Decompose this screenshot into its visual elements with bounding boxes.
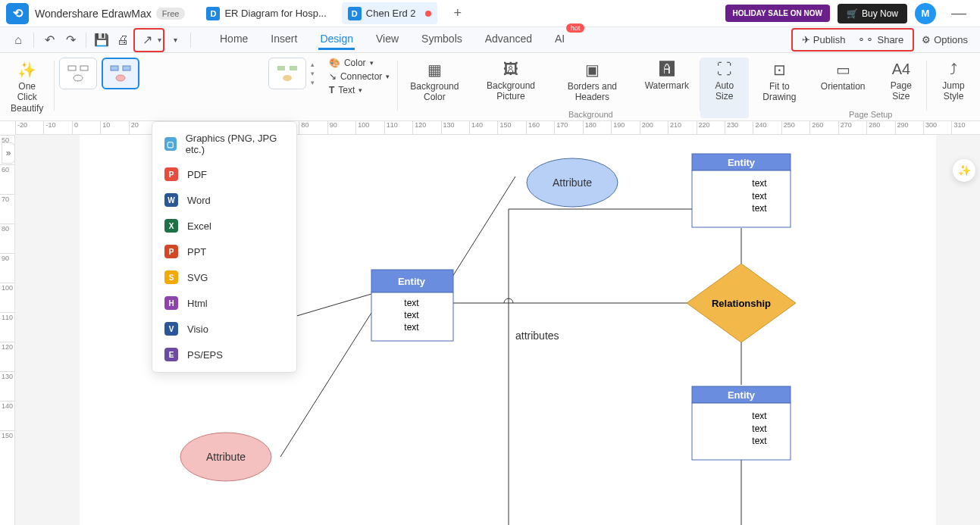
cart-icon: 🛒 [847,8,858,19]
export-html[interactable]: HHtml [152,290,296,316]
text-dropdown[interactable]: TText▾ [329,85,390,95]
export-button-highlighted[interactable]: ↗ ▾ [133,28,164,52]
menu-ai[interactable]: AIhot [553,30,566,50]
ribbon: ✨ One Click Beautify ▴ ▾ ▾ 🎨Color▾ ↘Conn… [0,53,980,121]
jump-icon: ⤴ [950,61,957,78]
orientation-icon: ▭ [836,61,850,79]
file-type-icon: V [164,322,178,336]
more-dropdown[interactable]: ▾ [164,30,186,51]
bgcolor-icon: ▦ [427,61,442,79]
file-type-icon: P [164,167,178,181]
autosize-icon: ⛶ [717,61,732,78]
export-graphics-png-jpg-etc-[interactable]: ▢Graphics (PNG, JPG etc.) [152,127,296,161]
export-svg[interactable]: SSVG [152,264,296,290]
svg-text:Relationship: Relationship [712,298,771,309]
svg-rect-36 [692,403,791,460]
fit-icon: ⊡ [773,61,786,79]
connector-dropdown[interactable]: ↘Connector▾ [329,71,390,82]
file-type-icon: H [164,296,178,310]
menu-advanced[interactable]: Advanced [484,30,534,50]
sidebar-toggle[interactable]: » [2,142,15,164]
orientation[interactable]: ▭Orientation [818,58,869,95]
svg-text:text: text [404,322,419,333]
menu-symbols[interactable]: Symbols [420,30,464,50]
share-button[interactable]: ⚬⚬Share [853,31,908,48]
canvas-area: -20-100102030405060708090100110120130140… [0,121,980,525]
export-icon: ↗ [136,30,158,51]
template-2-selected[interactable] [102,58,139,89]
entity-shape[interactable]: Entity text text text [692,386,791,460]
background-color[interactable]: ▦Background Color [405,58,464,106]
jump-style[interactable]: ⤴Jump Style [935,58,972,105]
svg-text:text: text [752,178,767,189]
redo-icon[interactable]: ↷ [60,30,81,51]
export-menu: ▢Graphics (PNG, JPG etc.)PPDFWWordXExcel… [152,121,297,373]
tab-chen-erd[interactable]: D Chen Erd 2 [342,2,437,24]
print-icon[interactable]: 🖨 [112,30,133,51]
text-icon: T [329,85,334,95]
page-size[interactable]: A4Page Size [884,58,919,105]
publish-button[interactable]: ✈Publish [797,31,850,48]
file-type-icon: S [164,270,178,284]
undo-icon[interactable]: ↶ [39,30,60,51]
svg-text:Entity: Entity [728,157,756,168]
free-badge: Free [156,8,186,20]
ai-assistant-button[interactable]: ✨ [953,159,975,182]
background-picture[interactable]: 🖼Background Picture [479,58,543,105]
svg-text:text: text [404,298,419,308]
save-icon[interactable]: 💾 [91,30,112,51]
entity-shape[interactable]: Entity text text text [692,154,791,227]
ruler-vertical: 5060708090100110120130140150 [0,135,15,525]
export-ppt[interactable]: PPPT [152,239,296,264]
watermark[interactable]: 🅰Watermark [642,58,692,94]
palette-icon: 🎨 [329,58,340,68]
svg-text:text: text [404,310,419,320]
options-button[interactable]: ⚙Options [917,31,972,48]
avatar[interactable]: M [915,3,936,24]
borders-icon: ▣ [585,61,600,79]
template-3[interactable] [268,58,306,89]
svg-point-2 [74,75,83,81]
svg-text:text: text [752,411,767,421]
borders-headers[interactable]: ▣Borders and Headers [558,58,627,106]
tab-er-hosp[interactable]: D ER Diagram for Hosp... [200,2,332,24]
export-excel[interactable]: XExcel [152,213,296,239]
export-ps-eps[interactable]: EPS/EPS [152,342,296,367]
export-pdf[interactable]: PPDF [152,161,296,187]
holiday-sale-button[interactable]: HOLIDAY SALE ON NOW [725,5,830,22]
tab-add[interactable]: + [446,2,470,24]
menu-view[interactable]: View [374,30,400,50]
export-word[interactable]: WWord [152,187,296,213]
home-icon[interactable]: ⌂ [8,30,29,51]
templates [59,58,139,89]
menu-home[interactable]: Home [218,30,249,50]
pagesize-icon: A4 [892,61,910,78]
fit-drawing[interactable]: ⊡Fit to Drawing [756,58,803,106]
share-icon: ⚬⚬ [857,34,874,45]
title-bar: ⟲ Wondershare EdrawMax Free D ER Diagram… [0,0,980,27]
app-name: Wondershare EdrawMax [35,8,152,20]
scroll-up[interactable]: ▴ [311,61,315,68]
buy-now-button[interactable]: 🛒Buy Now [838,4,907,23]
scroll-more[interactable]: ▾ [311,79,315,86]
menu-design[interactable]: Design [318,30,355,50]
menu-tabs: Home Insert Design View Symbols Advanced… [218,30,791,50]
menu-insert[interactable]: Insert [269,30,299,50]
doc-icon: D [348,7,362,20]
doc-icon: D [206,7,220,20]
color-dropdown[interactable]: 🎨Color▾ [329,58,390,68]
export-visio[interactable]: VVisio [152,316,296,342]
file-type-icon: W [164,193,178,207]
svg-rect-30 [692,170,791,227]
hot-badge: hot [566,23,585,33]
scroll-down[interactable]: ▾ [311,70,315,77]
template-1[interactable] [59,58,97,89]
entity-shape[interactable]: Entity text text text [371,270,453,341]
auto-size[interactable]: ⛶Auto Size [708,58,741,105]
attributes-label: attributes [515,330,559,342]
publish-icon: ✈ [802,34,810,45]
document-tabs: D ER Diagram for Hosp... D Chen Erd 2 + [200,2,725,24]
file-type-icon: E [164,348,178,361]
window-minimize[interactable]: — [944,5,974,22]
one-click-beautify[interactable]: ✨ One Click Beautify [8,58,46,117]
